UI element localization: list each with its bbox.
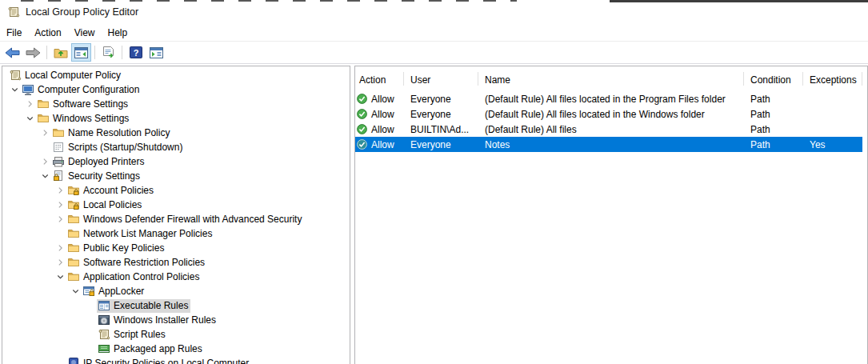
tree-item-local-policies[interactable]: Local Policies	[2, 198, 350, 212]
chevron-right-icon[interactable]	[54, 213, 66, 226]
chevron-right-icon[interactable]	[54, 256, 66, 269]
tree-item-label: Local Computer Policy	[25, 70, 121, 81]
tree-node[interactable]: Security Settings	[51, 170, 142, 183]
tree-item-deployed-printers[interactable]: Deployed Printers	[2, 154, 350, 169]
tree-node[interactable]: Executable Rules	[97, 299, 190, 313]
action-pane-icon	[150, 47, 163, 58]
tree-node[interactable]: IP Security Policies on Local Computer	[66, 357, 251, 364]
tree-node[interactable]: Script Rules	[97, 328, 168, 342]
tree-node[interactable]: Account Policies	[66, 184, 156, 198]
column-header-condition[interactable]: Condition	[744, 68, 803, 91]
tree-node[interactable]: Application Control Policies	[66, 270, 202, 284]
tree-item-packaged-app-rules[interactable]: Packaged app Rules	[2, 342, 350, 356]
list-body: AllowEveryone(Default Rule) All files lo…	[355, 91, 867, 152]
folder-icon	[67, 227, 80, 240]
tree-item-application-control-policies[interactable]: Application Control Policies	[2, 270, 350, 284]
cell-condition: Path	[744, 91, 803, 106]
tree-item-software-settings[interactable]: Software Settings	[2, 97, 350, 111]
toolbar-forward-button[interactable]	[23, 43, 43, 62]
tree-item-network-list-manager-policies[interactable]: Network List Manager Policies	[2, 226, 350, 241]
column-header-name[interactable]: Name	[478, 68, 744, 91]
tree-node[interactable]: Windows Defender Firewall with Advanced …	[66, 213, 304, 226]
chevron-right-icon[interactable]	[39, 155, 51, 168]
expander-spacer	[54, 227, 66, 240]
cell-name: Notes	[478, 137, 744, 152]
chevron-right-icon[interactable]	[24, 98, 36, 110]
tree-node[interactable]: Scripts (Startup/Shutdown)	[51, 141, 185, 154]
tree-item-windows-defender-firewall-with-advanced-security[interactable]: Windows Defender Firewall with Advanced …	[2, 212, 350, 226]
tree-node[interactable]: Windows Settings	[36, 112, 131, 126]
disc-window-icon	[98, 314, 110, 326]
tree-item-name-resolution-policy[interactable]: Name Resolution Policy	[2, 126, 350, 140]
tree-node[interactable]: AppLocker	[82, 285, 146, 298]
toolbar-back-button[interactable]	[2, 43, 22, 62]
column-header-user[interactable]: User	[404, 68, 478, 91]
tree-node[interactable]: Public Key Policies	[66, 242, 166, 255]
toolbar-export-list-button[interactable]	[98, 43, 118, 62]
tree-node[interactable]: Software Settings	[36, 98, 130, 111]
rule-row-default-rule-all-files[interactable]: AllowBUILTIN\Ad...(Default Rule) All fil…	[355, 122, 862, 137]
folder-icon	[67, 256, 80, 269]
screen-top-dashes	[21, 0, 517, 2]
tree-item-security-settings[interactable]: Security Settings	[2, 169, 350, 183]
chevron-right-icon[interactable]	[39, 126, 51, 139]
tree-item-windows-settings[interactable]: Windows Settings	[2, 111, 350, 126]
expander-spacer	[85, 328, 97, 341]
rule-row-default-rule-all-files-located-in-the-windows-folder[interactable]: AllowEveryone(Default Rule) All files lo…	[355, 106, 862, 122]
menu-action[interactable]: Action	[28, 24, 67, 41]
cell-user: Everyone	[404, 106, 478, 122]
tree-node[interactable]: Name Resolution Policy	[51, 126, 172, 140]
cell-exceptions: Yes	[803, 137, 862, 152]
tree-node[interactable]: Local Policies	[66, 198, 144, 212]
chevron-down-icon[interactable]	[70, 285, 82, 298]
rule-row-notes[interactable]: AllowEveryoneNotesPathYes	[355, 137, 862, 152]
tree-item-windows-installer-rules[interactable]: Windows Installer Rules	[2, 313, 350, 327]
chevron-down-icon[interactable]	[9, 83, 21, 96]
chevron-right-icon[interactable]	[54, 242, 66, 254]
menu-bar: FileActionViewHelp	[0, 24, 868, 42]
tree-node[interactable]: Computer Configuration	[21, 83, 142, 97]
tree-item-local-computer-policy[interactable]: Local Computer Policy	[2, 68, 350, 82]
menu-file[interactable]: File	[0, 24, 28, 41]
window-lock-icon	[82, 285, 95, 298]
column-header-action[interactable]: Action	[355, 68, 404, 91]
action-label: Allow	[371, 109, 394, 120]
tree-node[interactable]: Windows Installer Rules	[97, 314, 218, 327]
tree-item-ip-security-policies-on-local-computer[interactable]: IP Security Policies on Local Computer	[2, 356, 350, 364]
tree-node[interactable]: Deployed Printers	[51, 155, 146, 169]
tree-item-script-rules[interactable]: Script Rules	[2, 327, 350, 342]
toolbar-help-button[interactable]: ?	[126, 43, 146, 62]
tree-item-label: Computer Configuration	[38, 84, 139, 95]
chevron-right-icon[interactable]	[54, 198, 66, 211]
rule-row-default-rule-all-files-located-in-the-program-files-folder[interactable]: AllowEveryone(Default Rule) All files lo…	[355, 91, 862, 106]
tree-item-software-restriction-policies[interactable]: Software Restriction Policies	[2, 255, 350, 270]
tree-item-public-key-policies[interactable]: Public Key Policies	[2, 241, 350, 255]
tree-item-applocker[interactable]: AppLocker	[2, 284, 350, 298]
column-header-label: Action	[359, 74, 386, 86]
forward-arrow-icon	[26, 47, 41, 58]
tree-item-account-policies[interactable]: Account Policies	[2, 183, 350, 198]
tree-item-label: Local Policies	[83, 199, 142, 210]
chevron-down-icon[interactable]	[39, 170, 51, 182]
chevron-right-icon[interactable]	[54, 184, 66, 197]
tree-item-scripts-startup-shutdown[interactable]: Scripts (Startup/Shutdown)	[2, 140, 350, 154]
tree-node[interactable]: Software Restriction Policies	[66, 256, 207, 270]
tree-node[interactable]: Packaged app Rules	[97, 342, 205, 356]
chevron-down-icon[interactable]	[54, 270, 66, 283]
chevron-down-icon[interactable]	[24, 112, 36, 125]
toolbar-show-console-tree-button[interactable]	[71, 43, 91, 62]
toolbar-show-action-pane-button[interactable]	[146, 43, 166, 62]
column-header-exceptions[interactable]: Exceptions	[803, 68, 862, 91]
tree-item-executable-rules[interactable]: Executable Rules	[2, 298, 350, 313]
toolbar-separator	[122, 46, 122, 59]
tree-item-label: IP Security Policies on Local Computer	[83, 358, 249, 364]
tree-item-computer-configuration[interactable]: Computer Configuration	[2, 82, 350, 97]
toolbar-up-one-level-button[interactable]	[50, 43, 70, 62]
menu-view[interactable]: View	[68, 24, 102, 41]
tree-node[interactable]: Local Computer Policy	[8, 69, 123, 82]
expander-spacer	[85, 314, 97, 326]
column-header-label: User	[410, 74, 430, 86]
menu-help[interactable]: Help	[102, 24, 134, 41]
tree-node[interactable]: Network List Manager Policies	[66, 227, 214, 241]
gpo-scroll-icon	[9, 69, 22, 82]
